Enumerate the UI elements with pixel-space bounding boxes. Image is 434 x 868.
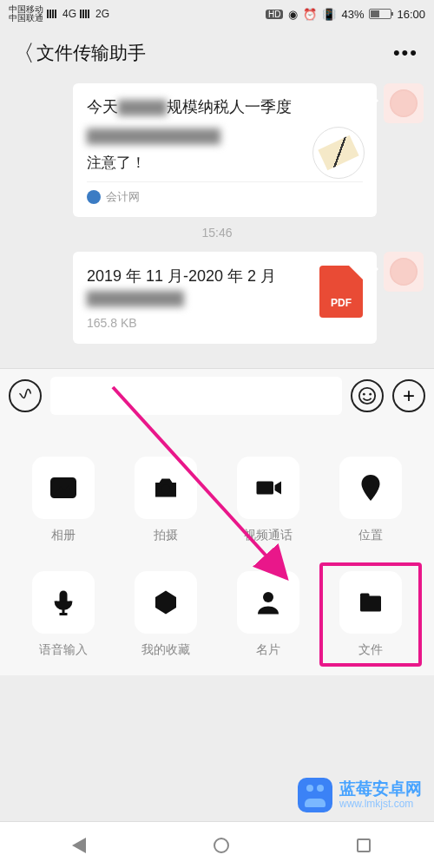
article-title: 今天▇▇▇▇规模纳税人一季度: [87, 95, 363, 119]
battery-icon: [369, 9, 391, 19]
article-bubble[interactable]: 今天▇▇▇▇规模纳税人一季度 ▇▇▇▇▇▇▇▇▇▇▇ 注意了！ 会计网: [73, 83, 377, 217]
contact-icon: [253, 587, 284, 618]
voice-toggle-button[interactable]: [9, 379, 42, 412]
attach-label: 语音输入: [39, 642, 88, 658]
attach-label: 相册: [51, 528, 76, 543]
file-name: 2019 年 11 月-2020 年 2 月 ▇▇▇▇▇▇▇▇: [87, 266, 309, 309]
battery-pct: 43%: [341, 8, 364, 21]
file-size: 165.8 KB: [87, 316, 309, 330]
nav-home-button[interactable]: [214, 838, 229, 853]
input-bar: +: [0, 368, 434, 422]
android-nav-bar: [0, 821, 434, 868]
chat-header: 〈 文件传输助手 •••: [0, 28, 434, 78]
back-button[interactable]: 〈: [12, 38, 36, 69]
svg-point-7: [161, 485, 171, 495]
svg-rect-5: [52, 479, 76, 497]
network-1: 4G: [62, 8, 76, 20]
watermark-url: www.lmkjst.com: [339, 798, 422, 810]
svg-point-12: [263, 592, 273, 602]
watermark: 蓝莓安卓网 www.lmkjst.com: [298, 778, 422, 812]
eye-icon: ◉: [288, 8, 298, 21]
attach-label: 位置: [358, 528, 383, 543]
svg-point-2: [369, 393, 372, 396]
attach-gallery[interactable]: 相册: [21, 457, 106, 543]
status-bar: 中国移动 中国联通 4G 2G HD ◉ ⏰ 📳 43% 16:00: [0, 0, 434, 28]
status-left: 中国移动 中国联通 4G 2G: [9, 5, 109, 23]
page-title: 文件传输助手: [36, 41, 393, 65]
more-button[interactable]: •••: [393, 42, 422, 64]
source-icon: [87, 190, 101, 204]
time-separator: 15:46: [10, 226, 424, 240]
plus-icon: +: [403, 385, 415, 406]
message-file: 2019 年 11 月-2020 年 2 月 ▇▇▇▇▇▇▇▇ 165.8 KB…: [10, 252, 424, 344]
nav-back-button[interactable]: [64, 838, 86, 853]
attach-location[interactable]: 位置: [328, 457, 413, 543]
chat-area: 今天▇▇▇▇规模纳税人一季度 ▇▇▇▇▇▇▇▇▇▇▇ 注意了！ 会计网 15:4…: [0, 78, 434, 368]
watermark-logo: [298, 778, 332, 812]
clock: 16:00: [397, 8, 425, 21]
avatar[interactable]: [384, 83, 424, 123]
attach-contact-card[interactable]: 名片: [226, 571, 311, 658]
attach-label: 视频通话: [244, 528, 293, 543]
attach-file[interactable]: 文件: [328, 571, 413, 658]
attach-label: 我的收藏: [141, 642, 190, 658]
location-icon: [355, 472, 386, 503]
attach-favorites[interactable]: 我的收藏: [123, 571, 208, 658]
attach-video-call[interactable]: 视频通话: [226, 457, 311, 543]
file-bubble[interactable]: 2019 年 11 月-2020 年 2 月 ▇▇▇▇▇▇▇▇ 165.8 KB…: [73, 252, 377, 344]
hd-badge: HD: [266, 10, 283, 19]
attach-label: 拍摄: [154, 528, 178, 543]
pdf-icon: PDF: [319, 266, 363, 318]
attachment-toggle-button[interactable]: +: [392, 379, 425, 412]
svg-rect-8: [257, 482, 274, 495]
message-input[interactable]: [50, 377, 342, 415]
status-right: HD ◉ ⏰ 📳 43% 16:00: [266, 8, 425, 21]
attachment-panel: 相册 拍摄 视频通话 位置 语音输入 我的收藏 名片 文件: [0, 422, 434, 675]
signal-icon-2: [80, 10, 92, 18]
attach-voice-input[interactable]: 语音输入: [21, 571, 106, 658]
article-thumb: [312, 127, 365, 179]
message-article: 今天▇▇▇▇规模纳税人一季度 ▇▇▇▇▇▇▇▇▇▇▇ 注意了！ 会计网: [10, 83, 424, 217]
svg-marker-9: [275, 482, 282, 495]
attach-label: 名片: [256, 642, 280, 658]
svg-point-10: [367, 481, 374, 488]
nav-recent-button[interactable]: [357, 838, 371, 852]
signal-icon-1: [47, 10, 59, 18]
video-icon: [253, 472, 284, 503]
highlight-annotation: [319, 562, 422, 667]
smile-icon: [358, 386, 377, 405]
carrier-names: 中国移动 中国联通: [9, 5, 43, 23]
alarm-icon: ⏰: [303, 8, 317, 21]
avatar[interactable]: [384, 252, 424, 292]
watermark-name: 蓝莓安卓网: [339, 780, 422, 799]
camera-icon: [150, 472, 181, 503]
emoji-button[interactable]: [351, 379, 384, 412]
vibrate-icon: 📳: [322, 8, 336, 21]
mic-icon: [48, 587, 79, 618]
sound-wave-icon: [16, 387, 34, 404]
network-2: 2G: [95, 8, 109, 20]
svg-point-0: [359, 388, 375, 404]
gallery-icon: [48, 472, 79, 503]
svg-point-1: [363, 393, 365, 396]
article-source: 会计网: [87, 181, 363, 205]
attach-camera[interactable]: 拍摄: [123, 457, 208, 543]
favorite-icon: [150, 587, 181, 618]
source-label: 会计网: [106, 189, 140, 205]
